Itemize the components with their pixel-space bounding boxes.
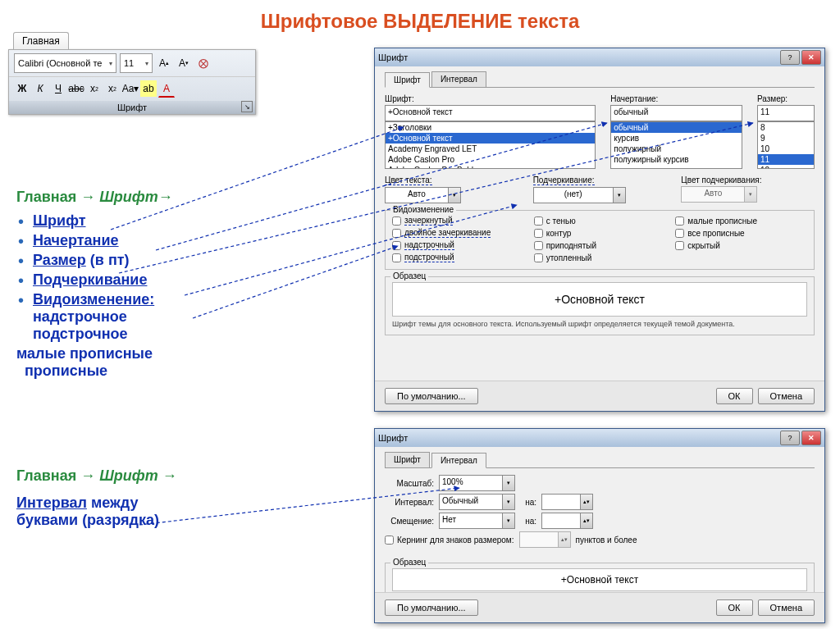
clear-format-button[interactable]: ⨂ (195, 55, 212, 71)
grow-font-button[interactable]: A▴ (156, 55, 172, 71)
size-list[interactable]: 8 9 10 11 12 (757, 121, 815, 169)
font-dialog: Шрифт ? ✕ Шрифт Интервал Шрифт: +Основно… (374, 48, 825, 412)
chk-engrave[interactable]: утопленный (534, 253, 666, 262)
chk-subscript[interactable]: подстрочный (392, 253, 524, 262)
list-item[interactable]: 11 (758, 154, 814, 165)
scale-combo[interactable]: 100%▾ (439, 475, 515, 491)
cancel-button[interactable]: Отмена (758, 599, 815, 616)
page-title: Шрифтовое ВЫДЕЛЕНИЕ текста (0, 0, 840, 43)
change-case-button[interactable]: Aa▾ (122, 80, 139, 97)
kerning-spinner[interactable]: ▴▾ (519, 531, 571, 548)
spacing-by-label: на: (520, 498, 536, 507)
strike-button[interactable]: abc (68, 80, 84, 97)
close-button[interactable]: ✕ (801, 431, 821, 445)
font-input[interactable]: +Основной текст (385, 105, 596, 121)
ribbon-tab-home[interactable]: Главная (13, 32, 69, 49)
chk-kerning[interactable]: Кернинг для знаков размером: (385, 536, 514, 545)
list-item[interactable]: 10 (758, 144, 814, 154)
spinner-icon: ▴▾ (581, 513, 593, 529)
font-size-combo[interactable]: 11▾ (120, 53, 153, 73)
default-button[interactable]: По умолчанию... (385, 388, 478, 404)
list-item[interactable]: полужирный (611, 144, 742, 154)
list-item[interactable]: полужирный курсив (611, 154, 742, 165)
dialog-launcher-icon[interactable]: ↘ (241, 101, 253, 112)
cancel-button[interactable]: Отмена (758, 388, 815, 404)
ok-button[interactable]: ОК (716, 388, 753, 404)
chk-smallcaps[interactable]: малые прописные (675, 216, 807, 226)
dialog-title: Шрифт (378, 433, 408, 443)
spacing-by-spinner[interactable]: ▴▾ (541, 494, 593, 510)
help-button[interactable]: ? (780, 431, 800, 445)
font-name-combo[interactable]: Calibri (Основной те▾ (14, 53, 116, 73)
chk-hidden[interactable]: скрытый (675, 240, 807, 250)
ok-button[interactable]: ОК (716, 599, 753, 616)
instructions-block-2: Главная → Шрифт → Интервал между буквами… (16, 467, 287, 529)
dropdown-icon: ▾ (503, 513, 515, 529)
underline-style-label: Подчеркивание: (533, 175, 595, 185)
default-button[interactable]: По умолчанию... (385, 599, 478, 616)
dropdown-icon: ▾ (109, 60, 112, 67)
style-list[interactable]: обычный курсив полужирный полужирный кур… (610, 121, 742, 169)
list-item[interactable]: Adobe Caslon Pro Bold (386, 165, 595, 169)
size-input[interactable]: 11 (757, 105, 815, 121)
dropdown-icon: ▾ (503, 475, 515, 491)
list-item[interactable]: 12 (758, 165, 814, 169)
highlight-button[interactable]: ab (140, 80, 157, 97)
sample-label: Образец (390, 271, 428, 280)
list-item[interactable]: курсив (611, 133, 742, 144)
chk-double-strike[interactable]: двойное зачеркивание (392, 228, 524, 238)
chk-shadow[interactable]: с тенью (534, 216, 666, 226)
underline-color-combo[interactable]: Авто▾ (681, 186, 815, 203)
close-button[interactable]: ✕ (801, 50, 821, 65)
bold-button[interactable]: Ж (14, 80, 30, 97)
nav-path-2: Главная → Шрифт → (16, 467, 287, 485)
underline-combo[interactable]: (нет)▾ (533, 187, 667, 203)
sample-group: Образец +Основной текст Шрифт темы для о… (385, 276, 815, 335)
underline-button[interactable]: Ч (50, 80, 66, 97)
tab-interval[interactable]: Интервал (431, 71, 486, 87)
tab-interval[interactable]: Интервал (431, 453, 486, 468)
font-color-button[interactable]: A (158, 80, 175, 98)
help-button[interactable]: ? (780, 50, 800, 65)
chk-emboss[interactable]: приподнятый (534, 240, 666, 250)
effects-group: Видоизменение зачеркнутый с тенью малые … (385, 210, 815, 270)
chk-outline[interactable]: контур (534, 228, 666, 238)
tab-font[interactable]: Шрифт (385, 72, 430, 88)
dropdown-icon: ▾ (145, 60, 148, 67)
dialog-titlebar: Шрифт ? ✕ (375, 48, 824, 66)
list-item[interactable]: Academy Engraved LET (386, 144, 595, 154)
chk-allcaps[interactable]: все прописные (675, 228, 807, 238)
style-input[interactable]: обычный (610, 105, 742, 121)
style-label: Начертание: (610, 94, 742, 103)
chk-strikethrough[interactable]: зачеркнутый (392, 216, 524, 226)
sample-preview: +Основной текст (392, 282, 807, 317)
spinner-icon: ▴▾ (581, 494, 593, 510)
list-item[interactable]: +Основной текст (386, 133, 595, 144)
italic-button[interactable]: К (32, 80, 48, 97)
spacing-label: Интервал: (385, 498, 434, 507)
position-by-spinner[interactable]: ▴▾ (541, 513, 593, 529)
list-item[interactable]: 9 (758, 133, 814, 144)
dropdown-icon: ▾ (614, 187, 626, 203)
bullet-font: Шрифт (33, 212, 287, 230)
font-size-value: 11 (124, 58, 134, 68)
list-item[interactable]: обычный (611, 122, 742, 133)
size-label: Размер: (757, 94, 815, 103)
bullet-style: Начертание (33, 232, 287, 249)
superscript-button[interactable]: x2 (104, 80, 121, 97)
subscript-button[interactable]: x2 (86, 80, 103, 97)
list-item[interactable]: +Заголовки (386, 122, 595, 133)
tab-font[interactable]: Шрифт (385, 452, 430, 467)
chk-superscript[interactable]: надстрочный (392, 240, 524, 250)
font-interval-dialog: Шрифт ? ✕ Шрифт Интервал Масштаб: 100%▾ … (374, 428, 825, 623)
text-color-combo[interactable]: Авто▾ (385, 187, 518, 203)
spacing-combo[interactable]: Обычный▾ (439, 494, 515, 510)
position-combo[interactable]: Нет▾ (439, 513, 515, 529)
position-by-label: на: (520, 517, 536, 526)
effects-label: Видоизменение (390, 205, 456, 214)
nav-path-1: Главная → Шрифт→ (16, 189, 287, 206)
list-item[interactable]: 8 (758, 122, 814, 133)
font-list[interactable]: +Заголовки +Основной текст Academy Engra… (385, 121, 596, 169)
shrink-font-button[interactable]: A▾ (176, 55, 192, 71)
list-item[interactable]: Adobe Caslon Pro (386, 154, 595, 165)
